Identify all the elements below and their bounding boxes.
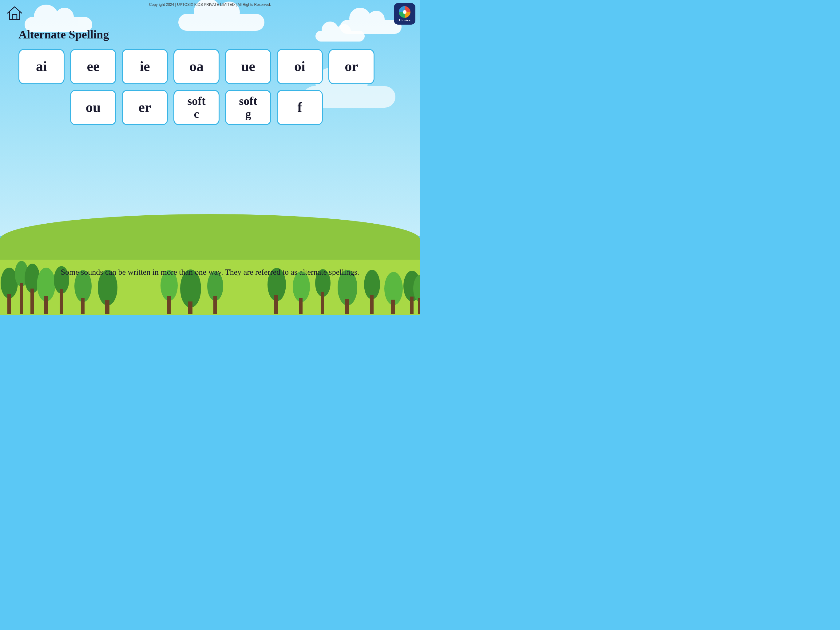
card-or[interactable]: or xyxy=(328,49,374,84)
cards-row-1: ai ee ie oa ue oi or xyxy=(19,49,401,84)
bottom-description-text: Some sounds can be written in more than … xyxy=(42,266,378,278)
card-ou[interactable]: ou xyxy=(70,90,116,125)
logo-title: Phonics xyxy=(399,19,411,22)
card-er[interactable]: er xyxy=(122,90,168,125)
card-ee[interactable]: ee xyxy=(70,49,116,84)
logo-icon xyxy=(399,6,411,18)
card-soft-c[interactable]: soft c xyxy=(174,90,219,125)
card-f[interactable]: f xyxy=(277,90,323,125)
cards-row-2: ou er soft c soft g f xyxy=(70,90,401,125)
bottom-description: Some sounds can be written in more than … xyxy=(42,266,378,278)
main-content: Alternate Spelling ai ee ie oa ue oi or xyxy=(0,28,420,125)
spelling-cards-container: ai ee ie oa ue oi or ou xyxy=(19,49,401,125)
copyright-text: Copyright 2024 | UPTOSIX KIDS PRIVATE LI… xyxy=(149,2,271,7)
app-logo[interactable]: Phonics xyxy=(394,3,415,25)
card-ue[interactable]: ue xyxy=(225,49,271,84)
card-ai[interactable]: ai xyxy=(19,49,65,84)
page-title: Alternate Spelling xyxy=(19,28,401,41)
card-oa[interactable]: oa xyxy=(174,49,219,84)
card-soft-g[interactable]: soft g xyxy=(225,90,271,125)
ground xyxy=(0,214,420,315)
card-ie[interactable]: ie xyxy=(122,49,168,84)
home-button[interactable] xyxy=(6,5,23,23)
svg-rect-36 xyxy=(12,14,17,19)
card-oi[interactable]: oi xyxy=(277,49,323,84)
